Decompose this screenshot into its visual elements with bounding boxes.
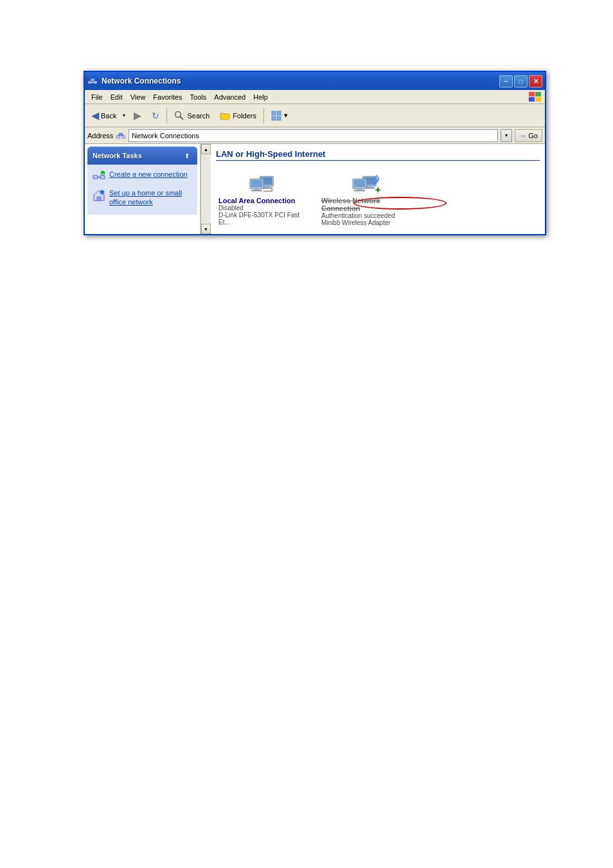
lan-name: Local Area Connection (218, 197, 308, 204)
window-title: Network Connections (102, 77, 499, 86)
minimize-button[interactable]: – (499, 75, 513, 87)
content-area: Network Tasks ⬆ (85, 144, 545, 234)
maximize-button[interactable]: □ (514, 75, 528, 87)
views-dropdown-arrow: ▾ (284, 111, 288, 120)
home-network-label: Set up a home or small office network (109, 188, 192, 207)
address-input[interactable]: Network Connections (129, 129, 498, 142)
local-area-connection-icon (247, 168, 280, 194)
svg-rect-34 (254, 189, 260, 190)
svg-rect-45 (354, 190, 365, 191)
forward-icon: ▶ (134, 109, 141, 122)
svg-rect-35 (251, 190, 262, 191)
menu-help[interactable]: Help (249, 92, 272, 102)
close-button[interactable]: ✕ (529, 75, 542, 87)
new-connection-icon: + (93, 170, 105, 183)
wireless-device: Minibb Wireless Adapter (321, 219, 411, 226)
address-icon (116, 131, 126, 141)
menu-view[interactable]: View (127, 92, 150, 102)
lan-section-title: LAN or High-Speed Internet (216, 149, 540, 161)
wireless-status: Authentication succeeded (321, 212, 411, 219)
search-button[interactable]: Search (170, 107, 214, 125)
svg-rect-30 (263, 186, 270, 188)
svg-point-9 (175, 111, 181, 117)
forward-button[interactable]: ▶ (129, 107, 146, 125)
back-dropdown-button[interactable]: ▾ (120, 107, 128, 125)
go-button[interactable]: → Go (515, 129, 542, 142)
svg-rect-26 (97, 197, 101, 201)
back-label: Back (101, 112, 116, 120)
refresh-button[interactable]: ↻ (147, 107, 164, 125)
toolbar-separator-1 (166, 108, 167, 123)
svg-line-10 (181, 116, 184, 120)
views-icon (271, 111, 281, 121)
network-tasks-title: Network Tasks (93, 152, 182, 159)
network-connections-window: Network Connections – □ ✕ File Edit View… (84, 71, 546, 235)
svg-rect-13 (277, 111, 281, 115)
network-tasks-body: + Create a new connection (87, 165, 197, 215)
go-label: Go (528, 132, 538, 140)
svg-rect-11 (220, 114, 229, 120)
svg-rect-33 (251, 180, 262, 188)
svg-rect-15 (277, 116, 281, 120)
address-value: Network Connections (132, 132, 199, 140)
svg-rect-5 (529, 92, 535, 96)
menu-edit[interactable]: Edit (107, 92, 127, 102)
svg-rect-16 (116, 136, 120, 138)
menu-favorites[interactable]: Favorites (149, 92, 186, 102)
menu-file[interactable]: File (87, 92, 107, 102)
lan-device: D-Link DFE-530TX PCI Fast Et... (218, 212, 308, 226)
title-bar: Network Connections – □ ✕ (85, 72, 545, 90)
wireless-icon-area (350, 168, 382, 194)
menu-tools[interactable]: Tools (186, 92, 211, 102)
scroll-down-button[interactable]: ▼ (201, 224, 211, 234)
wireless-name: Wireless Network Connection (321, 197, 411, 212)
svg-rect-12 (272, 111, 276, 115)
back-button-group: ◀ Back ▾ (87, 107, 128, 125)
go-arrow-icon: → (519, 132, 526, 140)
sidebar-scrollbar: ▲ ▼ (200, 144, 211, 234)
folders-button[interactable]: Folders (215, 107, 261, 125)
toolbar: ◀ Back ▾ ▶ ↻ Search Folders (85, 104, 545, 127)
local-area-connection-item[interactable]: Local Area Connection Disabled D-Link DF… (218, 168, 308, 226)
scroll-up-button[interactable]: ▲ (201, 144, 211, 154)
svg-rect-43 (354, 180, 365, 188)
svg-rect-3 (91, 78, 94, 81)
toolbar-separator-2 (263, 108, 264, 123)
svg-rect-6 (535, 92, 541, 96)
menu-bar: File Edit View Favorites Tools Advanced … (85, 90, 545, 104)
home-network-icon (93, 189, 105, 202)
svg-text:+: + (102, 172, 104, 176)
wireless-connection-item[interactable]: Wireless Network Connection Authenticati… (321, 168, 411, 226)
window-icon (87, 76, 98, 86)
network-tasks-header[interactable]: Network Tasks ⬆ (87, 147, 197, 165)
folders-label: Folders (233, 112, 256, 120)
svg-rect-44 (357, 189, 363, 190)
svg-rect-0 (88, 81, 91, 84)
lan-info: Local Area Connection Disabled D-Link DF… (218, 197, 308, 226)
svg-rect-22 (100, 176, 105, 179)
lan-icon-area (247, 168, 280, 194)
create-connection-label: Create a new connection (109, 170, 188, 179)
connections-grid: Local Area Connection Disabled D-Link DF… (216, 166, 540, 229)
search-label: Search (187, 112, 209, 120)
home-network-link[interactable]: Set up a home or small office network (90, 187, 195, 208)
back-button[interactable]: ◀ Back (87, 107, 120, 125)
address-bar: Address Network Connections ▾ → Go (85, 127, 545, 144)
svg-rect-1 (94, 81, 97, 84)
address-dropdown-button[interactable]: ▾ (501, 129, 512, 142)
menu-advanced[interactable]: Advanced (210, 92, 249, 102)
refresh-icon: ↻ (152, 111, 159, 121)
collapse-icon[interactable]: ⬆ (182, 150, 192, 161)
svg-rect-17 (122, 136, 125, 138)
views-button[interactable]: ▾ (267, 107, 292, 125)
svg-rect-21 (93, 176, 98, 179)
svg-rect-8 (535, 97, 541, 102)
wireless-info: Wireless Network Connection Authenticati… (321, 197, 411, 226)
lan-status: Disabled (218, 204, 308, 212)
search-icon (174, 111, 184, 121)
create-connection-link[interactable]: + Create a new connection (90, 168, 195, 185)
svg-rect-7 (529, 97, 535, 102)
address-label: Address (87, 132, 113, 140)
svg-rect-2 (91, 82, 94, 83)
sidebar: Network Tasks ⬆ (85, 144, 200, 234)
